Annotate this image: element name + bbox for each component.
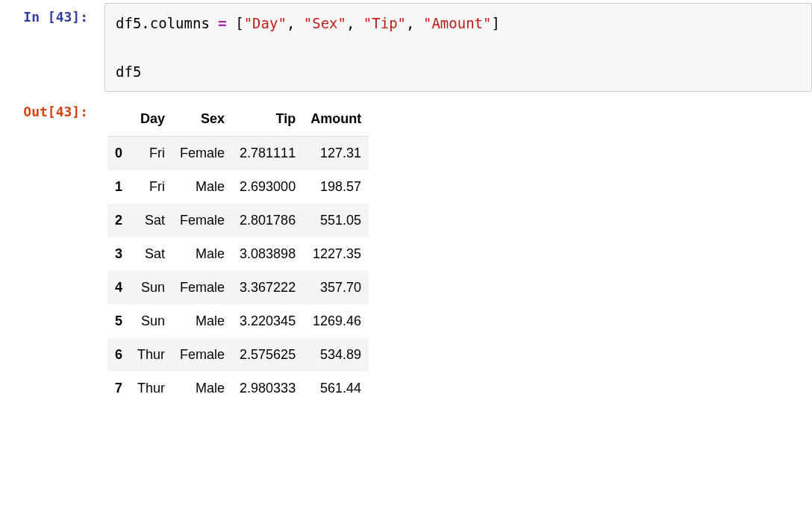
- cell-sex: Male: [172, 237, 232, 271]
- cell-tip: 2.801786: [232, 204, 303, 237]
- cell-day: Thur: [130, 372, 172, 405]
- cell-day: Thur: [130, 338, 172, 372]
- output-prompt: Out[43]:: [0, 98, 97, 125]
- input-cell: In [43]: df5.columns = ["Day", "Sex", "T…: [0, 0, 812, 95]
- code-comma-2: ,: [406, 15, 423, 31]
- cell-tip: 3.220345: [232, 304, 303, 338]
- code-attr: columns: [150, 15, 210, 31]
- cell-tip: 2.575625: [232, 338, 303, 372]
- cell-day: Fri: [130, 136, 172, 170]
- cell-sex: Male: [172, 304, 232, 338]
- input-prompt: In [43]:: [0, 3, 97, 31]
- code-dot: .: [141, 15, 149, 31]
- row-index: 2: [107, 204, 130, 237]
- code-string-3: "Amount": [423, 15, 492, 31]
- cell-tip: 3.083898: [232, 237, 303, 271]
- cell-day: Sun: [130, 271, 172, 304]
- code-comma-0: ,: [287, 15, 304, 31]
- cell-tip: 2.781111: [232, 136, 303, 170]
- code-assign: =: [218, 15, 226, 31]
- table-row: 6 Thur Female 2.575625 534.89: [107, 338, 369, 372]
- table-row: 3 Sat Male 3.083898 1227.35: [107, 237, 369, 271]
- table-row: 7 Thur Male 2.980333 561.44: [107, 372, 369, 405]
- output-cell: Out[43]: Day Sex Tip Amount 0 Fri Female…: [0, 95, 812, 408]
- cell-amount: 1269.46: [303, 304, 369, 338]
- cell-sex: Female: [172, 271, 232, 304]
- code-string-2: "Tip": [363, 15, 406, 31]
- code-expr: df5: [116, 63, 141, 80]
- cell-sex: Female: [172, 204, 232, 237]
- cell-day: Sat: [130, 237, 172, 271]
- code-var: df5: [116, 15, 141, 31]
- output-area: Day Sex Tip Amount 0 Fri Female 2.781111…: [97, 98, 812, 405]
- code-string-0: "Day": [244, 15, 287, 31]
- cell-amount: 534.89: [303, 338, 369, 372]
- table-header-row: Day Sex Tip Amount: [107, 102, 369, 137]
- cell-amount: 198.57: [303, 170, 369, 204]
- row-index: 4: [107, 271, 130, 304]
- cell-tip: 2.980333: [232, 372, 303, 405]
- table-row: 2 Sat Female 2.801786 551.05: [107, 204, 369, 237]
- cell-amount: 551.05: [303, 204, 369, 237]
- row-index: 7: [107, 372, 130, 405]
- row-index: 6: [107, 338, 130, 372]
- table-col-tip: Tip: [232, 102, 303, 137]
- code-string-1: "Sex": [304, 15, 346, 31]
- cell-sex: Female: [172, 136, 232, 170]
- row-index: 0: [107, 136, 130, 170]
- dataframe-table: Day Sex Tip Amount 0 Fri Female 2.781111…: [107, 102, 369, 405]
- row-index: 5: [107, 304, 130, 338]
- cell-tip: 3.367222: [232, 271, 303, 304]
- code-input[interactable]: df5.columns = ["Day", "Sex", "Tip", "Amo…: [104, 3, 812, 92]
- cell-amount: 357.70: [303, 271, 369, 304]
- cell-day: Sat: [130, 204, 172, 237]
- code-comma-1: ,: [346, 15, 363, 31]
- cell-amount: 561.44: [303, 372, 369, 405]
- table-col-sex: Sex: [172, 102, 232, 137]
- cell-sex: Female: [172, 338, 232, 372]
- table-row: 5 Sun Male 3.220345 1269.46: [107, 304, 369, 338]
- cell-tip: 2.693000: [232, 170, 303, 204]
- table-col-amount: Amount: [303, 102, 369, 137]
- table-row: 1 Fri Male 2.693000 198.57: [107, 170, 369, 204]
- row-index: 1: [107, 170, 130, 204]
- row-index: 3: [107, 237, 130, 271]
- table-row: 0 Fri Female 2.781111 127.31: [107, 136, 369, 170]
- code-list-open: [: [235, 15, 243, 31]
- cell-amount: 1227.35: [303, 237, 369, 271]
- table-index-header: [107, 102, 130, 137]
- table-row: 4 Sun Female 3.367222 357.70: [107, 271, 369, 304]
- table-col-day: Day: [130, 102, 172, 137]
- cell-amount: 127.31: [303, 136, 369, 170]
- cell-day: Sun: [130, 304, 172, 338]
- cell-sex: Male: [172, 170, 232, 204]
- code-list-close: ]: [491, 15, 499, 31]
- cell-day: Fri: [130, 170, 172, 204]
- cell-sex: Male: [172, 372, 232, 405]
